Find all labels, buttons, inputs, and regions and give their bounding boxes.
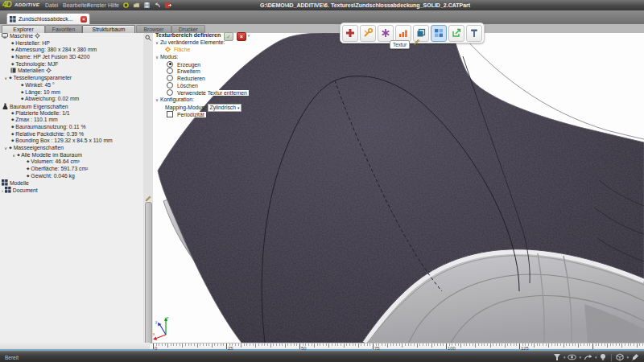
radio-erzeugen[interactable] xyxy=(167,61,173,68)
tree-item[interactable]: ∨ ◆ Masseeigenschaften xyxy=(0,145,143,152)
tab-strukturbaum[interactable]: Strukturbaum xyxy=(82,25,135,33)
chevron-down-icon[interactable]: ▾ xyxy=(626,355,629,360)
tree-item-label: Abweichung: 0.02 mm xyxy=(25,96,79,101)
radio-label[interactable]: Reduzieren xyxy=(175,76,207,81)
tree-item[interactable]: ∨ ◆ Tesselierungsparameter xyxy=(0,75,143,82)
tree-item[interactable]: ◆ Winkel: 45 ° xyxy=(0,82,143,89)
undo-icon[interactable] xyxy=(154,2,161,9)
section-collapse-icon[interactable]: ∨ xyxy=(155,55,159,60)
export-button[interactable] xyxy=(448,25,464,42)
redo-arrow-icon[interactable] xyxy=(584,353,592,361)
tree-item-label: Volumen: 46.64 cm³ xyxy=(31,158,79,164)
tree-item-label: Winkel: 45 ° xyxy=(25,82,54,88)
chevron-down-icon[interactable]: ▾ xyxy=(579,355,581,360)
tree-item[interactable]: ◆ Hersteller: HP xyxy=(0,40,143,47)
red-plus-button[interactable] xyxy=(342,25,358,42)
buildroom-flask-icon xyxy=(2,103,8,109)
repair-tools-button[interactable] xyxy=(360,25,376,42)
axis-triad-icon: z y x xyxy=(153,316,169,340)
menu-bearbeiten[interactable]: Bearbeiten xyxy=(63,2,90,8)
radio-label[interactable]: Löschen xyxy=(175,83,200,88)
chevron-down-icon: ▾ xyxy=(237,105,240,110)
status-text: Bereit xyxy=(5,355,19,360)
tree-scrollbar[interactable] xyxy=(145,202,152,362)
radio-loeschen[interactable] xyxy=(167,82,173,88)
menu-datei[interactable]: Datei xyxy=(45,2,58,8)
radio-textur-entfernen[interactable] xyxy=(167,89,173,96)
tree-item-label: Länge: 10 mm xyxy=(25,89,60,95)
document-tab-label: Zundschlossabdeck... xyxy=(19,16,78,22)
tree-item-label: Bounding Box : 129.32 x 84.5 x 110 mm xyxy=(15,138,112,143)
tree-item[interactable]: ◆ Technologie: MJF xyxy=(0,61,143,68)
texture-button[interactable] xyxy=(431,25,447,42)
menu-fenster[interactable]: Fenster xyxy=(87,2,106,8)
tree-item[interactable]: ◆ Relative Packdichte: 0.39 % xyxy=(0,131,143,138)
tree-item[interactable]: Maschine xyxy=(0,33,143,40)
machine-icon xyxy=(2,33,8,39)
tree-item[interactable]: ◆ Bounding Box : 129.32 x 84.5 x 110 mm xyxy=(0,138,143,145)
exit-icon[interactable] xyxy=(164,2,171,9)
eye-icon[interactable] xyxy=(568,353,576,361)
tree-item[interactable]: Modelle xyxy=(0,179,143,187)
analysis-button[interactable] xyxy=(395,25,411,42)
radio-label[interactable]: Verwendete Textur entfernen xyxy=(175,90,249,96)
tree-item-label: Modelle xyxy=(10,180,29,186)
tab-favoriten[interactable]: Favoriten xyxy=(45,25,82,33)
tab-explorer[interactable]: Explorer xyxy=(2,25,45,33)
expand-icon[interactable]: › xyxy=(2,188,3,194)
settings-gear-icon[interactable] xyxy=(122,2,130,9)
texture-toolbar xyxy=(340,23,485,43)
section-collapse-icon[interactable]: ∨ xyxy=(155,40,159,45)
hammer-icon xyxy=(469,28,479,38)
elements-section-label: Zu verändernde Elemente: xyxy=(160,39,225,45)
radio-label[interactable]: Erzeugen xyxy=(175,62,202,68)
open-folder-icon[interactable] xyxy=(133,2,140,9)
ruler-label: 0 xyxy=(155,346,157,351)
pencil-icon[interactable] xyxy=(145,195,151,202)
search-icon[interactable] xyxy=(145,35,151,41)
effects-button[interactable] xyxy=(378,25,394,42)
dialog-options-icon[interactable]: ▾ xyxy=(248,33,250,38)
radio-label[interactable]: Erweitern xyxy=(175,68,202,74)
collapse-icon[interactable]: ∨ xyxy=(4,76,7,81)
tree-item[interactable]: › Document xyxy=(0,187,143,194)
chevron-down-icon[interactable]: ▾ xyxy=(564,355,566,360)
chevron-down-icon[interactable]: ▾ xyxy=(595,355,597,360)
menu-hilfe[interactable]: Hilfe xyxy=(108,2,119,8)
radio-reduzieren[interactable] xyxy=(167,75,173,81)
filter-icon[interactable] xyxy=(553,353,561,361)
tree-item[interactable]: Bauraum Eigenschaften xyxy=(0,103,143,110)
selected-element-label[interactable]: Fläche xyxy=(172,47,192,52)
tree-item[interactable]: ◆ Volumen: 46.64 cm³ xyxy=(0,158,143,166)
tree-item[interactable]: ◆ Länge: 10 mm xyxy=(0,89,143,97)
tree-item[interactable]: ◆ Zmax : 110.1 mm xyxy=(0,117,143,124)
tree-item[interactable]: ◆ Abmessung: 380 x 284 x 380 mm xyxy=(0,47,143,54)
bar-chart-icon xyxy=(398,28,408,38)
bulb-icon[interactable] xyxy=(599,353,607,361)
tools-button[interactable] xyxy=(466,25,482,42)
collapse-icon[interactable]: ∨ xyxy=(12,153,15,158)
tree-item[interactable]: ◆ Abweichung: 0.02 mm xyxy=(0,96,143,103)
tree-item[interactable]: ∨ ◆ Alle Modelle im Bauraum xyxy=(0,152,143,159)
tree-item-label: Gewicht: 0.046 kg xyxy=(31,173,74,179)
save-icon[interactable] xyxy=(143,2,151,9)
tree-item[interactable]: ◆ Bauraumausnutzung: 0.11 % xyxy=(0,124,143,131)
brush-icon[interactable] xyxy=(631,353,639,361)
section-collapse-icon[interactable]: ∨ xyxy=(155,97,159,102)
app-logo-suffix: ADDITIVE xyxy=(14,2,39,7)
periodicity-checkbox[interactable] xyxy=(167,111,173,117)
tree-item-label: Relative Packdichte: 0.39 % xyxy=(15,131,84,137)
tree-item[interactable]: Materialien xyxy=(0,68,143,75)
periodicity-label[interactable]: Periodizität xyxy=(175,112,206,117)
face-gear-icon xyxy=(165,47,171,52)
box-icon[interactable] xyxy=(616,353,624,361)
tree-item[interactable]: ◆ Platzierte Modelle: 1/1 xyxy=(0,110,143,117)
collapse-icon[interactable]: ∨ xyxy=(4,146,7,151)
tree-item[interactable]: ◆ Name: HP Jet Fusion 3D 4200 xyxy=(0,54,143,61)
document-tab[interactable]: Zundschlossabdeck... × xyxy=(6,13,90,24)
tree-item[interactable]: ◆ Gewicht: 0.046 kg xyxy=(0,173,143,180)
radio-erweitern[interactable] xyxy=(167,68,173,74)
tree-item[interactable]: ◆ Oberfläche: 591.73 cm² xyxy=(0,166,143,173)
ruler-label: 125 xyxy=(521,346,529,351)
close-tab-icon[interactable]: × xyxy=(80,16,87,23)
